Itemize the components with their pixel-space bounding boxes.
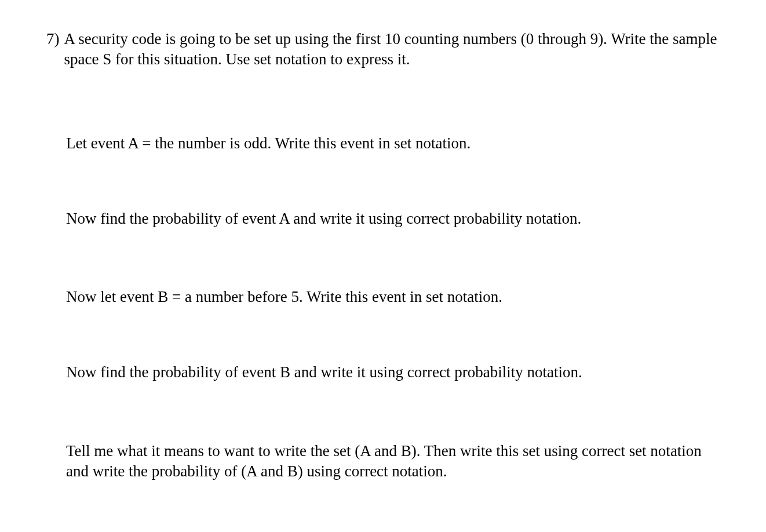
part-a: Let event A = the number is odd. Write t… [46, 133, 720, 154]
question-header: 7) A security code is going to be set up… [46, 29, 720, 70]
part-c: Now let event B = a number before 5. Wri… [46, 287, 720, 307]
question-number: 7) [46, 29, 64, 70]
question-prompt: A security code is going to be set up us… [64, 29, 720, 70]
part-b: Now find the probability of event A and … [46, 209, 720, 229]
page: 7) A security code is going to be set up… [0, 0, 766, 511]
part-e: Tell me what it means to want to write t… [46, 441, 720, 482]
part-d: Now find the probability of event B and … [46, 362, 720, 382]
